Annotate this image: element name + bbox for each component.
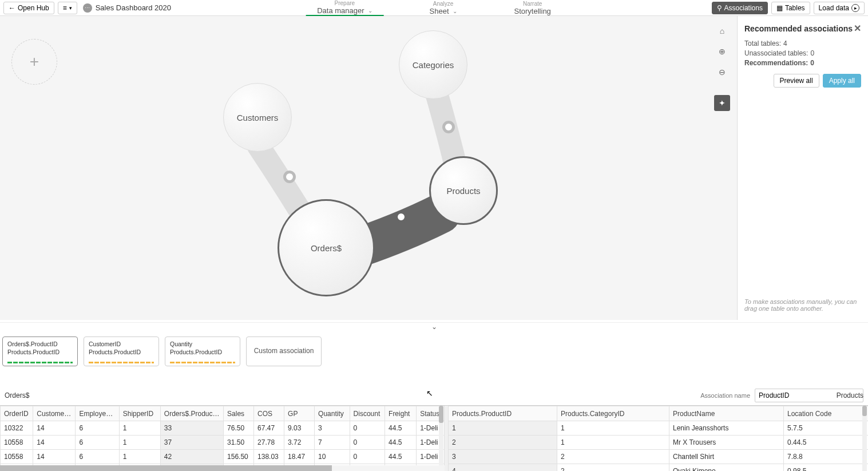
open-hub-button[interactable]: ← Open Hub [3,2,54,14]
table-row[interactable]: 32Chantell Shirt7.8.8 [449,450,869,464]
col-header[interactable]: CustomerID [33,406,76,421]
total-tables-row: Total tables: 4 [744,39,861,48]
col-header[interactable]: ProductName [669,406,784,421]
table-cell: Chantell Shirt [669,450,784,464]
app-title: ⋯ Sales Dashboard 2020 [83,3,171,13]
col-header[interactable]: Location Code [784,406,869,421]
home-view-button[interactable]: ⌂ [714,23,730,39]
card-line2: Products.ProductID [89,349,154,357]
bubble-label: Categories [413,60,454,70]
right-vscroll[interactable] [862,406,867,471]
bubble-categories[interactable]: Categories [399,30,467,99]
col-header[interactable]: Orders$.ProductID [160,406,223,421]
recommendations-panel: Recommended associations ✕ Total tables:… [737,16,868,320]
table-cell: 10322 [1,421,33,436]
tables-label: Tables [785,4,805,12]
magic-wand-button[interactable]: ✦ [714,95,730,111]
bubble-orders[interactable]: Orders$ [278,199,375,296]
left-hscroll[interactable] [0,465,445,471]
col-header[interactable]: GP [284,406,315,421]
table-cell: 0 [350,450,385,464]
bubble-products[interactable]: Products [429,156,498,225]
associations-view-button[interactable]: ⚲ Associations [712,2,768,14]
association-card-1[interactable]: CustomerIDProducts.ProductID [84,337,159,366]
table-cell: 6 [76,450,119,464]
table-row[interactable]: 10558146142156.50138.0318.4710044.51-Del… [1,450,445,464]
mode-tab-main: Storytelling [514,7,551,15]
mode-tab-sheet[interactable]: AnalyzeSheet ⌄ [418,0,469,16]
table-cell: 0 [350,436,385,450]
table-cell: 0.44.5 [784,436,869,450]
chevron-down-icon: ⌄ [453,8,457,14]
col-header[interactable]: Discount [350,406,385,421]
table-cell: 18.47 [284,450,315,464]
tables-preview: OrderIDCustomerIDEmployeeIDShipperIDOrde… [0,405,868,471]
mode-tab-storytelling[interactable]: NarrateStorytelling [503,0,562,16]
table-cell: 2 [557,464,669,472]
table-row[interactable]: 1032214613376.5067.479.033044.51-Deli [1,421,445,436]
col-header[interactable]: OrderID [1,406,33,421]
col-header[interactable]: COS [254,406,284,421]
zoom-in-button[interactable]: ⊕ [714,43,730,60]
col-header[interactable]: ShipperID [119,406,160,421]
apply-all-button[interactable]: Apply all [823,74,861,88]
associations-canvas[interactable]: + Categories Customers Products Orders$ … [0,16,737,320]
left-table-name: Orders$ [5,391,29,399]
collapse-preview-button[interactable]: ⌄ [0,322,868,334]
table-cell: 10558 [1,450,33,464]
table-row[interactable]: 42Oyaki Kimono0.98.5 [449,464,869,472]
table-row[interactable]: 1055814613731.5027.783.727044.51-Deli [1,436,445,450]
add-table-button[interactable]: + [11,39,57,85]
col-header[interactable]: EmployeeID [76,406,119,421]
chevron-down-icon: ▾ [69,5,72,11]
table-cell: 76.50 [224,421,254,436]
bubble-customers[interactable]: Customers [223,83,292,152]
load-data-button[interactable]: Load data ▸ [814,2,865,14]
table-cell: 2 [557,450,669,464]
zoom-out-button[interactable]: ⊖ [714,64,730,80]
canvas-tools: ⌂ ⊕ ⊖ ✦ [714,23,730,111]
right-table-container: Products.ProductIDProducts.CategoryIDPro… [445,406,868,471]
tables-view-button[interactable]: ▦ Tables [771,2,810,14]
app-icon: ⋯ [83,3,92,13]
col-header[interactable]: Quantity [315,406,350,421]
table-cell: 6 [76,436,119,450]
table-cell: 27.78 [254,436,284,450]
association-card-2[interactable]: QuantityProducts.ProductID [165,337,240,366]
table-cell: Oyaki Kimono [669,464,784,472]
table-cell: 3.72 [284,436,315,450]
table-cell: 14 [33,421,76,436]
left-vscroll[interactable] [439,406,443,471]
connector-orders-products[interactable] [395,211,407,223]
right-table[interactable]: Products.ProductIDProducts.CategoryIDPro… [448,406,868,471]
mode-tab-data-manager[interactable]: PrepareData manager ⌄ [306,0,383,16]
hamburger-menu-button[interactable]: ≡ ▾ [58,2,77,14]
col-header[interactable]: Products.CategoryID [557,406,669,421]
association-card-0[interactable]: Orders$.ProductIDProducts.ProductID [2,337,78,366]
home-icon: ⌂ [720,26,724,35]
connector-customers-orders[interactable] [283,171,296,183]
table-row[interactable]: 11Lenin Jeansshorts5.7.5 [449,421,869,436]
left-table[interactable]: OrderIDCustomerIDEmployeeIDShipperIDOrde… [0,406,445,471]
card-line1: Quantity [170,341,235,349]
close-panel-button[interactable]: ✕ [854,23,861,34]
connector-categories-products[interactable] [442,121,455,133]
rec-panel-title: Recommended associations [744,24,853,33]
custom-association-card[interactable]: Custom association [246,337,322,366]
rec-panel-header: Recommended associations ✕ [744,23,861,34]
rec-hint-text: To make associations manually, you can d… [744,298,861,312]
col-header[interactable]: Freight [385,406,417,421]
mode-tab-super: Narrate [514,1,551,7]
table-cell: 2 [449,436,557,450]
table-cell: 5.7.5 [784,421,869,436]
col-header[interactable]: Sales [224,406,254,421]
mode-tab-super: Analyze [430,1,457,7]
col-header[interactable]: Products.ProductID [449,406,557,421]
canvas-area: + Categories Customers Products Orders$ … [0,16,868,471]
recommendations-row: Recommendations: 0 [744,59,861,67]
table-cell: Lenin Jeansshorts [669,421,784,436]
table-row[interactable]: 21Mr X Trousers0.44.5 [449,436,869,450]
card-line1: Orders$.ProductID [7,341,73,349]
preview-all-button[interactable]: Preview all [774,74,819,88]
strength-bar [7,362,73,363]
